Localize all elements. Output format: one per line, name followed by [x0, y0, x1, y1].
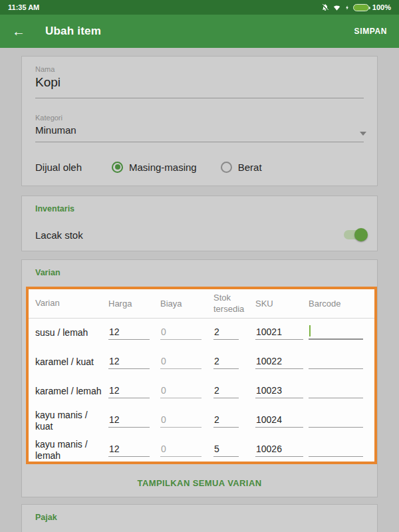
status-bar: 11:35 AM 100%: [0, 0, 399, 15]
price-input[interactable]: [108, 414, 150, 428]
sku-input[interactable]: [255, 414, 303, 428]
sku-input[interactable]: [255, 327, 303, 340]
variant-row: susu / lemah: [29, 319, 374, 348]
barcode-input[interactable]: [309, 327, 363, 340]
radio-weight-label: Berat: [238, 162, 262, 173]
clock: 11:35 AM: [8, 3, 39, 11]
save-button[interactable]: SIMPAN: [354, 27, 387, 36]
stock-input[interactable]: [213, 356, 239, 369]
sku-input[interactable]: [255, 444, 303, 457]
stock-input[interactable]: [213, 385, 239, 398]
price-input[interactable]: [108, 385, 150, 398]
radio-icon: [221, 162, 232, 173]
name-label: Nama: [35, 65, 55, 73]
variant-name: kayu manis / kuat: [35, 410, 103, 433]
sold-by-row: Dijual oleh Masing-masing Berat: [35, 154, 364, 180]
inventory-section-title: Inventaris: [35, 204, 74, 213]
category-select[interactable]: Minuman: [35, 124, 76, 136]
header-variant: Varian: [35, 298, 103, 309]
header-cost: Biaya: [160, 299, 201, 309]
stock-input[interactable]: [213, 444, 239, 457]
category-label: Kategori: [35, 114, 63, 122]
radio-icon: [112, 162, 123, 173]
chevron-down-icon[interactable]: [360, 132, 366, 136]
cost-input[interactable]: [160, 327, 201, 340]
cost-input[interactable]: [160, 414, 201, 428]
price-input[interactable]: [108, 327, 150, 340]
wifi-icon: [332, 3, 341, 11]
price-input[interactable]: [108, 356, 150, 369]
header-sku: SKU: [255, 299, 303, 309]
name-input[interactable]: Kopi: [35, 75, 61, 90]
header-stock: Stok tersedia: [213, 293, 245, 315]
annotation-highlight-box: Varian Harga Biaya Stok tersedia SKU Bar…: [26, 287, 377, 464]
inventory-card: Inventaris Lacak stok: [21, 196, 378, 251]
category-underline: [35, 142, 364, 142]
cost-input[interactable]: [160, 356, 201, 369]
variants-card: Varian Varian Harga Biaya Stok tersedia …: [21, 259, 378, 497]
radio-each[interactable]: Masing-masing: [112, 162, 197, 173]
battery-icon: [353, 4, 369, 11]
sku-input[interactable]: [255, 385, 303, 398]
notifications-off-icon: [321, 3, 329, 11]
stock-input[interactable]: [213, 327, 239, 340]
track-stock-toggle[interactable]: [344, 230, 366, 239]
variant-name: susu / lemah: [35, 327, 103, 339]
sku-input[interactable]: [255, 356, 303, 369]
price-input[interactable]: [108, 444, 150, 457]
name-underline: [35, 98, 364, 98]
app-bar: ← Ubah item SIMPAN: [0, 15, 399, 48]
variant-name: kayu manis / lemah: [35, 439, 103, 462]
show-all-variants-button[interactable]: TAMPILKAN SEMUA VARIAN: [22, 469, 377, 497]
item-details-card: Nama Kopi Kategori Minuman Dijual oleh M…: [21, 56, 378, 186]
cost-input[interactable]: [160, 444, 201, 457]
variant-row: kayu manis / kuat: [29, 406, 374, 436]
variant-table-body: susu / lemah karamel / kuat karamel / le…: [29, 319, 374, 464]
cost-input[interactable]: [160, 385, 201, 398]
tax-card: Pajak: [21, 504, 378, 532]
text-cursor: [309, 325, 311, 336]
battery-percent: 100%: [372, 3, 391, 11]
variant-name: karamel / kuat: [35, 356, 103, 368]
barcode-input[interactable]: [309, 414, 363, 428]
header-barcode: Barcode: [309, 299, 363, 309]
variant-name: karamel / lemah: [35, 386, 103, 398]
track-stock-label: Lacak stok: [35, 229, 83, 241]
stock-input[interactable]: [213, 414, 239, 428]
barcode-input[interactable]: [309, 444, 363, 457]
variant-table-header: Varian Harga Biaya Stok tersedia SKU Bar…: [29, 289, 374, 319]
variant-row: kayu manis / lemah: [29, 436, 374, 464]
barcode-input[interactable]: [309, 385, 363, 398]
variant-row: karamel / kuat: [29, 348, 374, 377]
charging-icon: [344, 4, 350, 11]
page-title: Ubah item: [45, 25, 101, 38]
barcode-input[interactable]: [309, 356, 363, 369]
tax-section-title: Pajak: [35, 513, 57, 522]
header-price: Harga: [108, 299, 150, 309]
toggle-thumb: [354, 228, 368, 241]
radio-each-label: Masing-masing: [129, 162, 197, 173]
back-arrow-icon[interactable]: ←: [12, 25, 25, 38]
sold-by-label: Dijual oleh: [35, 162, 112, 173]
variant-row: karamel / lemah: [29, 377, 374, 406]
radio-weight[interactable]: Berat: [221, 162, 262, 173]
variants-section-title: Varian: [35, 268, 61, 277]
track-stock-row: Lacak stok: [35, 225, 366, 244]
